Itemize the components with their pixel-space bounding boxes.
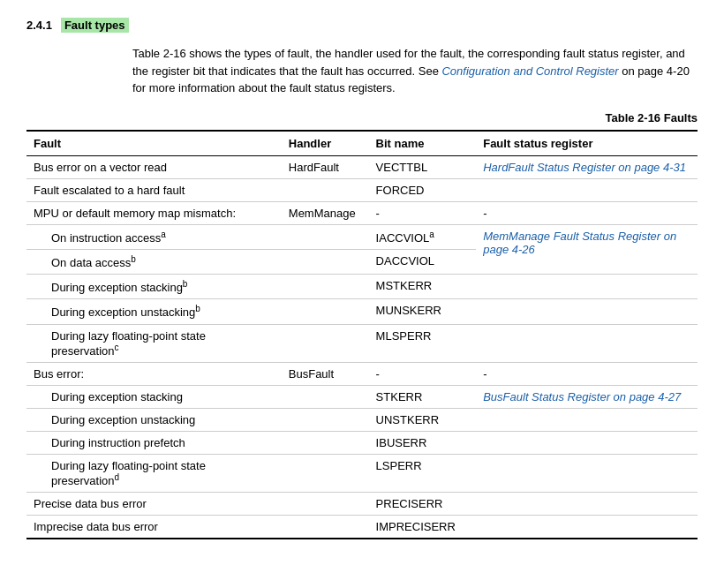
- cell-fault: During lazy floating-point state preserv…: [26, 324, 282, 362]
- cell-register: [476, 409, 698, 432]
- cell-bitname: PRECISERR: [369, 493, 477, 516]
- cell-fault: On data accessb: [26, 249, 282, 274]
- cell-bitname: FORCED: [369, 178, 477, 201]
- cell-register: [476, 432, 698, 455]
- table-row: During instruction prefetchIBUSERR: [26, 432, 698, 455]
- cell-register: [476, 324, 698, 362]
- cell-register: -: [476, 201, 698, 224]
- cell-fault: MPU or default memory map mismatch:: [26, 201, 282, 224]
- cell-handler: [282, 178, 369, 201]
- table-row: During exception unstackingUNSTKERR: [26, 409, 698, 432]
- cell-handler: [282, 224, 369, 249]
- cell-handler: HardFault: [282, 155, 369, 178]
- cell-handler: [282, 493, 369, 516]
- table-row: Fault escalated to a hard faultFORCED: [26, 178, 698, 201]
- col-header-bitname: Bit name: [369, 131, 477, 156]
- table-row: During lazy floating-point state preserv…: [26, 455, 698, 493]
- cell-fault: Precise data bus error: [26, 493, 282, 516]
- cell-fault: On instruction accessa: [26, 224, 282, 249]
- cell-fault: During instruction prefetch: [26, 432, 282, 455]
- register-link[interactable]: HardFault Status Register on page 4-31: [483, 161, 686, 174]
- cell-bitname: VECTTBL: [369, 155, 477, 178]
- table-row: On instruction accessaIACCVIOLaMemManage…: [26, 224, 698, 249]
- cell-register: [476, 299, 698, 324]
- col-header-register: Fault status register: [476, 131, 698, 156]
- cell-register: HardFault Status Register on page 4-31: [476, 155, 698, 178]
- register-link[interactable]: BusFault Status Register on page 4-27: [483, 390, 681, 403]
- cell-bitname: MSTKERR: [369, 275, 477, 299]
- table-row: During exception unstackingbMUNSKERR: [26, 299, 698, 324]
- table-row: Bus error on a vector readHardFaultVECTT…: [26, 155, 698, 178]
- cell-handler: MemManage: [282, 201, 369, 224]
- cell-fault: Imprecise data bus error: [26, 516, 282, 539]
- cell-fault: During exception unstacking: [26, 409, 282, 432]
- config-register-link[interactable]: Configuration and Control Register: [441, 64, 618, 78]
- cell-bitname: MLSPERR: [369, 324, 477, 362]
- cell-bitname: MUNSKERR: [369, 299, 477, 324]
- cell-bitname: UNSTKERR: [369, 409, 477, 432]
- cell-handler: [282, 386, 369, 409]
- cell-handler: [282, 409, 369, 432]
- cell-register: [476, 516, 698, 539]
- cell-fault: Bus error on a vector read: [26, 155, 282, 178]
- cell-fault: During exception stacking: [26, 386, 282, 409]
- cell-handler: BusFault: [282, 363, 369, 386]
- section-header: 2.4.1 Fault types: [26, 18, 698, 33]
- cell-bitname: IACCVIOLa: [369, 224, 477, 249]
- cell-bitname: DACCVIOL: [369, 249, 477, 274]
- col-header-handler: Handler: [282, 131, 369, 156]
- cell-bitname: STKERR: [369, 386, 477, 409]
- table-row: Imprecise data bus errorIMPRECISERR: [26, 516, 698, 539]
- cell-handler: [282, 299, 369, 324]
- cell-fault: During exception stackingb: [26, 275, 282, 299]
- cell-handler: [282, 275, 369, 299]
- cell-bitname: IMPRECISERR: [369, 516, 477, 539]
- cell-register: -: [476, 363, 698, 386]
- table-row: Precise data bus errorPRECISERR: [26, 493, 698, 516]
- cell-register: [476, 275, 698, 299]
- cell-fault: During lazy floating-point state preserv…: [26, 455, 282, 493]
- intro-paragraph: Table 2-16 shows the types of fault, the…: [132, 45, 698, 97]
- section-number: 2.4.1: [26, 19, 52, 32]
- col-header-fault: Fault: [26, 131, 282, 156]
- cell-handler: [282, 455, 369, 493]
- table-title: Table 2-16 Faults: [26, 111, 698, 124]
- section-title: Fault types: [61, 18, 129, 33]
- cell-fault: Bus error:: [26, 363, 282, 386]
- cell-bitname: LSPERR: [369, 455, 477, 493]
- cell-bitname: -: [369, 363, 477, 386]
- table-header-row: Fault Handler Bit name Fault status regi…: [26, 131, 698, 156]
- cell-handler: [282, 249, 369, 274]
- table-row: During lazy floating-point state preserv…: [26, 324, 698, 362]
- cell-register: [476, 178, 698, 201]
- table-row: During exception stackingSTKERRBusFault …: [26, 386, 698, 409]
- cell-register: BusFault Status Register on page 4-27: [476, 386, 698, 409]
- table-row: Bus error:BusFault--: [26, 363, 698, 386]
- cell-bitname: -: [369, 201, 477, 224]
- table-row: MPU or default memory map mismatch:MemMa…: [26, 201, 698, 224]
- register-link[interactable]: MemManage Fault Status Register on page …: [483, 230, 676, 256]
- cell-fault: During exception unstackingb: [26, 299, 282, 324]
- faults-table: Fault Handler Bit name Fault status regi…: [26, 130, 698, 540]
- table-row: During exception stackingbMSTKERR: [26, 275, 698, 299]
- cell-register: [476, 493, 698, 516]
- cell-register: MemManage Fault Status Register on page …: [476, 224, 698, 275]
- cell-bitname: IBUSERR: [369, 432, 477, 455]
- cell-handler: [282, 432, 369, 455]
- cell-fault: Fault escalated to a hard fault: [26, 178, 282, 201]
- cell-handler: [282, 324, 369, 362]
- cell-handler: [282, 516, 369, 539]
- cell-register: [476, 455, 698, 493]
